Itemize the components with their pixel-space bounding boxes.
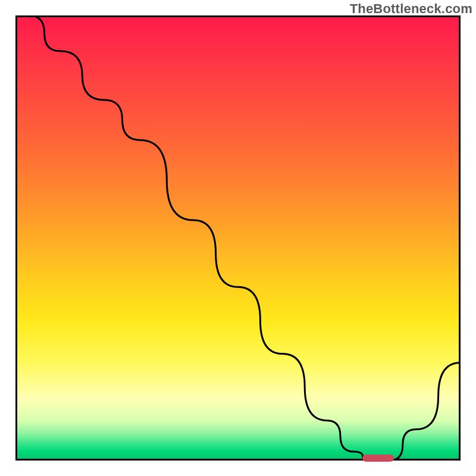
highlight-marker	[362, 455, 393, 462]
watermark-text: TheBottleneck.com	[350, 1, 472, 17]
plot-background-gradient	[15, 15, 461, 461]
chart-canvas: TheBottleneck.com	[0, 0, 476, 476]
